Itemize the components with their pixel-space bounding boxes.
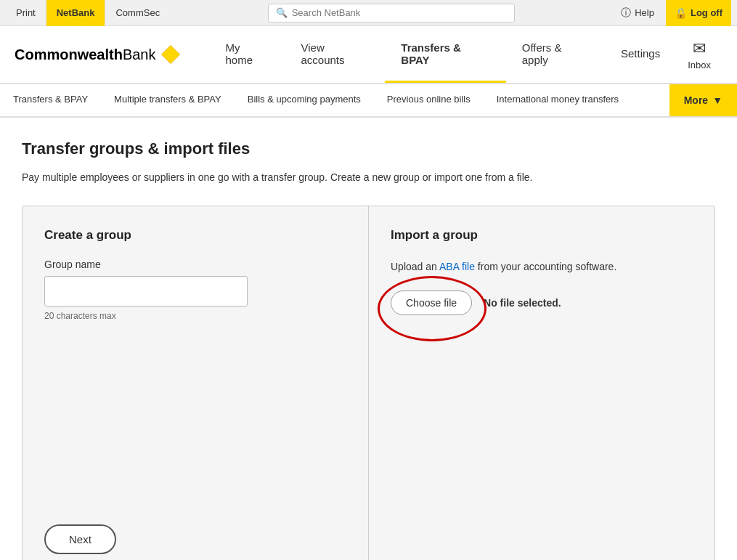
group-name-hint: 20 characters max — [44, 311, 346, 321]
upload-text-before: Upload an — [391, 261, 439, 272]
import-group-title: Import a group — [391, 228, 693, 243]
file-upload-area: Choose file No file selected. — [391, 291, 693, 315]
sub-nav-bills-payments[interactable]: Bills & upcoming payments — [235, 84, 374, 116]
import-group-section: Import a group Upload an ABA file from y… — [369, 206, 714, 560]
upload-text-after: from your accounting software. — [475, 261, 616, 272]
logoff-button[interactable]: 🔒 Log off — [666, 0, 731, 26]
logo-normal: Bank — [123, 46, 156, 62]
content-area: Transfer groups & import files Pay multi… — [0, 118, 737, 560]
logo-text: CommonwealthBank — [15, 46, 156, 63]
nav-item-offers-apply[interactable]: Offers & apply — [506, 26, 605, 83]
logoff-label: Log off — [691, 7, 722, 18]
inbox-label: Inbox — [688, 60, 711, 70]
nav-inbox[interactable]: ✉ Inbox — [676, 26, 722, 83]
group-name-input[interactable] — [44, 276, 248, 307]
page-description: Pay multiple employees or suppliers in o… — [22, 170, 715, 185]
sub-nav-multiple-transfers[interactable]: Multiple transfers & BPAY — [101, 84, 235, 116]
search-icon: 🔍 — [276, 7, 288, 18]
search-area: 🔍 — [170, 4, 612, 23]
help-label: Help — [635, 7, 654, 18]
logo-bold: Commonwealth — [15, 46, 123, 62]
search-input[interactable] — [292, 7, 507, 18]
create-group-section: Create a group Group name 20 characters … — [23, 206, 369, 560]
netbank-tab[interactable]: NetBank — [46, 0, 106, 26]
sub-nav-previous-bills[interactable]: Previous online bills — [374, 84, 484, 116]
search-box: 🔍 — [268, 4, 515, 23]
create-group-title: Create a group — [44, 228, 346, 243]
no-file-selected-text: No file selected. — [484, 297, 561, 309]
nav-item-view-accounts[interactable]: View accounts — [285, 26, 386, 83]
help-icon: ⓘ — [621, 7, 631, 20]
sub-nav-transfers-bpay[interactable]: Transfers & BPAY — [0, 84, 101, 116]
commsec-tab[interactable]: CommSec — [105, 0, 170, 26]
card-container: Create a group Group name 20 characters … — [22, 206, 715, 560]
logo-area: CommonwealthBank — [15, 44, 181, 65]
sub-nav-international-transfers[interactable]: International money transfers — [484, 84, 632, 116]
top-bar: Print NetBank CommSec 🔍 ⓘ Help 🔒 Log off — [0, 0, 737, 26]
print-button[interactable]: Print — [6, 0, 46, 26]
sub-nav: Transfers & BPAY Multiple transfers & BP… — [0, 84, 737, 118]
nav-item-my-home[interactable]: My home — [210, 26, 285, 83]
nav-item-settings[interactable]: Settings — [605, 26, 676, 83]
more-label: More — [684, 94, 708, 106]
choose-file-button[interactable]: Choose file — [391, 291, 472, 315]
aba-file-link[interactable]: ABA file — [439, 261, 475, 272]
chevron-down-icon: ▼ — [712, 94, 722, 106]
nav-items: My home View accounts Transfers & BPAY O… — [210, 26, 677, 83]
upload-description: Upload an ABA file from your accounting … — [391, 259, 693, 275]
top-bar-right: ⓘ Help 🔒 Log off — [612, 0, 731, 26]
help-button[interactable]: ⓘ Help — [612, 0, 663, 26]
inbox-icon: ✉ — [693, 39, 706, 58]
next-button[interactable]: Next — [44, 524, 116, 554]
lock-icon: 🔒 — [675, 7, 687, 19]
group-name-label: Group name — [44, 259, 346, 270]
nav-item-transfers-bpay[interactable]: Transfers & BPAY — [385, 26, 505, 83]
logo-diamond-icon — [160, 44, 181, 65]
svg-marker-0 — [161, 45, 179, 63]
top-bar-left: Print NetBank CommSec — [6, 0, 170, 26]
main-nav: CommonwealthBank My home View accounts T… — [0, 26, 737, 84]
page-title: Transfer groups & import files — [22, 139, 715, 158]
sub-nav-more-button[interactable]: More ▼ — [669, 84, 737, 116]
